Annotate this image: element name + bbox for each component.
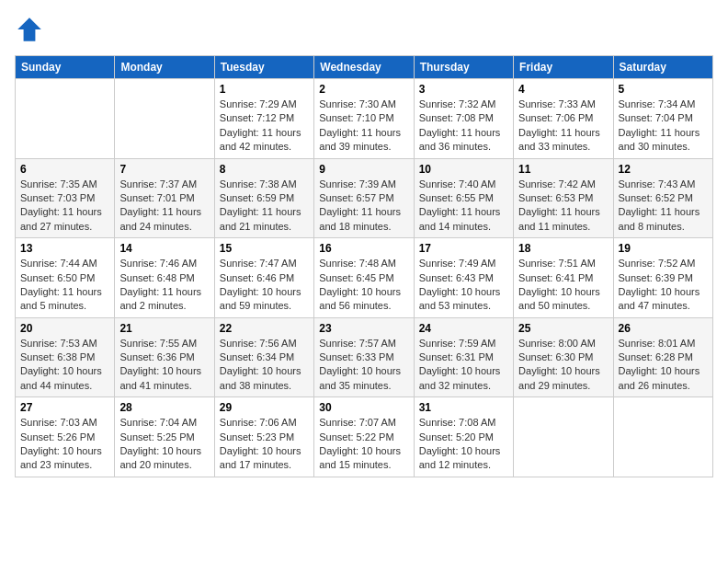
day-number: 23 <box>319 322 408 335</box>
sunrise-text: Sunrise: 7:33 AM <box>518 98 596 109</box>
calendar-cell: 8 Sunrise: 7:38 AM Sunset: 6:59 PM Dayli… <box>214 158 313 238</box>
daylight-text: Daylight: 10 hours and 29 minutes. <box>518 365 600 390</box>
calendar-cell: 9 Sunrise: 7:39 AM Sunset: 6:57 PM Dayli… <box>314 158 414 238</box>
day-number: 25 <box>518 322 608 335</box>
sunrise-text: Sunrise: 8:01 AM <box>619 338 696 349</box>
sunrise-text: Sunrise: 7:30 AM <box>319 98 396 109</box>
sunrise-text: Sunrise: 7:49 AM <box>419 258 496 269</box>
day-info: Sunrise: 7:42 AM Sunset: 6:53 PM Dayligh… <box>518 178 608 235</box>
sunset-text: Sunset: 6:45 PM <box>319 272 393 283</box>
daylight-text: Daylight: 10 hours and 56 minutes. <box>319 286 401 311</box>
sunset-text: Sunset: 6:28 PM <box>619 351 693 362</box>
page-header <box>15 15 713 44</box>
sunrise-text: Sunrise: 7:40 AM <box>419 178 496 190</box>
day-info: Sunrise: 7:47 AM Sunset: 6:46 PM Dayligh… <box>220 257 309 314</box>
calendar-cell: 22 Sunrise: 7:56 AM Sunset: 6:34 PM Dayl… <box>214 317 313 397</box>
daylight-text: Daylight: 10 hours and 50 minutes. <box>518 286 600 311</box>
day-number: 8 <box>220 163 309 176</box>
sunset-text: Sunset: 5:22 PM <box>319 431 393 442</box>
daylight-text: Daylight: 10 hours and 12 minutes. <box>419 445 501 470</box>
calendar-cell: 7 Sunrise: 7:37 AM Sunset: 7:01 PM Dayli… <box>115 158 214 238</box>
calendar-header-row: SundayMondayTuesdayWednesdayThursdayFrid… <box>16 56 713 79</box>
sunset-text: Sunset: 6:52 PM <box>619 192 693 203</box>
sunrise-text: Sunrise: 7:08 AM <box>419 417 496 428</box>
day-number: 16 <box>319 242 408 255</box>
day-info: Sunrise: 7:48 AM Sunset: 6:45 PM Dayligh… <box>319 257 408 314</box>
calendar-cell: 12 Sunrise: 7:43 AM Sunset: 6:52 PM Dayl… <box>613 158 712 238</box>
daylight-text: Daylight: 10 hours and 35 minutes. <box>319 365 401 390</box>
daylight-text: Daylight: 10 hours and 17 minutes. <box>220 445 301 470</box>
day-number: 7 <box>119 163 209 176</box>
calendar-cell: 13 Sunrise: 7:44 AM Sunset: 6:50 PM Dayl… <box>16 238 115 318</box>
sunrise-text: Sunrise: 7:32 AM <box>419 98 496 109</box>
day-info: Sunrise: 7:44 AM Sunset: 6:50 PM Dayligh… <box>20 257 109 314</box>
calendar-cell: 24 Sunrise: 7:59 AM Sunset: 6:31 PM Dayl… <box>414 317 513 397</box>
day-info: Sunrise: 7:57 AM Sunset: 6:33 PM Dayligh… <box>319 337 408 394</box>
calendar-cell: 17 Sunrise: 7:49 AM Sunset: 6:43 PM Dayl… <box>414 238 513 318</box>
calendar-cell: 21 Sunrise: 7:55 AM Sunset: 6:36 PM Dayl… <box>115 317 214 397</box>
calendar-cell: 31 Sunrise: 7:08 AM Sunset: 5:20 PM Dayl… <box>414 397 513 477</box>
sunrise-text: Sunrise: 7:55 AM <box>119 338 197 349</box>
sunrise-text: Sunrise: 7:52 AM <box>619 258 696 269</box>
sunrise-text: Sunrise: 7:42 AM <box>518 178 596 190</box>
day-info: Sunrise: 7:59 AM Sunset: 6:31 PM Dayligh… <box>419 337 508 394</box>
day-number: 28 <box>119 401 209 414</box>
weekday-header: Monday <box>115 56 214 79</box>
daylight-text: Daylight: 11 hours and 27 minutes. <box>20 206 102 231</box>
day-info: Sunrise: 7:43 AM Sunset: 6:52 PM Dayligh… <box>619 178 708 235</box>
daylight-text: Daylight: 11 hours and 24 minutes. <box>119 206 201 231</box>
sunset-text: Sunset: 7:04 PM <box>619 112 693 123</box>
calendar-cell: 5 Sunrise: 7:34 AM Sunset: 7:04 PM Dayli… <box>613 79 712 159</box>
sunrise-text: Sunrise: 7:34 AM <box>619 98 696 109</box>
sunrise-text: Sunrise: 7:03 AM <box>20 417 97 428</box>
sunrise-text: Sunrise: 7:51 AM <box>518 258 596 269</box>
calendar-cell <box>16 79 115 159</box>
calendar-cell: 30 Sunrise: 7:07 AM Sunset: 5:22 PM Dayl… <box>314 397 414 477</box>
day-number: 4 <box>518 83 608 96</box>
daylight-text: Daylight: 10 hours and 41 minutes. <box>119 365 201 390</box>
day-number: 24 <box>419 322 508 335</box>
calendar-cell: 28 Sunrise: 7:04 AM Sunset: 5:25 PM Dayl… <box>115 397 214 477</box>
sunrise-text: Sunrise: 7:07 AM <box>319 417 396 428</box>
weekday-header: Tuesday <box>214 56 313 79</box>
daylight-text: Daylight: 11 hours and 36 minutes. <box>419 127 501 152</box>
calendar-week-row: 13 Sunrise: 7:44 AM Sunset: 6:50 PM Dayl… <box>16 238 713 318</box>
day-number: 21 <box>119 322 209 335</box>
sunset-text: Sunset: 6:31 PM <box>419 351 494 362</box>
calendar-cell: 23 Sunrise: 7:57 AM Sunset: 6:33 PM Dayl… <box>314 317 414 397</box>
day-info: Sunrise: 7:46 AM Sunset: 6:48 PM Dayligh… <box>119 257 209 314</box>
daylight-text: Daylight: 11 hours and 42 minutes. <box>220 127 301 152</box>
sunset-text: Sunset: 6:50 PM <box>20 272 95 283</box>
day-number: 2 <box>319 83 408 96</box>
day-info: Sunrise: 7:55 AM Sunset: 6:36 PM Dayligh… <box>119 337 209 394</box>
day-info: Sunrise: 7:39 AM Sunset: 6:57 PM Dayligh… <box>319 178 408 235</box>
day-number: 20 <box>20 322 109 335</box>
day-number: 22 <box>220 322 309 335</box>
sunset-text: Sunset: 6:55 PM <box>419 192 494 203</box>
sunset-text: Sunset: 6:38 PM <box>20 351 95 362</box>
sunrise-text: Sunrise: 7:29 AM <box>220 98 297 109</box>
day-info: Sunrise: 7:40 AM Sunset: 6:55 PM Dayligh… <box>419 178 508 235</box>
calendar-week-row: 1 Sunrise: 7:29 AM Sunset: 7:12 PM Dayli… <box>16 79 713 159</box>
day-number: 9 <box>319 163 408 176</box>
sunset-text: Sunset: 5:25 PM <box>119 431 194 442</box>
day-info: Sunrise: 7:51 AM Sunset: 6:41 PM Dayligh… <box>518 257 608 314</box>
daylight-text: Daylight: 11 hours and 2 minutes. <box>119 286 201 311</box>
day-number: 11 <box>518 163 608 176</box>
sunrise-text: Sunrise: 7:06 AM <box>220 417 297 428</box>
day-number: 26 <box>619 322 708 335</box>
day-info: Sunrise: 7:56 AM Sunset: 6:34 PM Dayligh… <box>220 337 309 394</box>
calendar-cell: 19 Sunrise: 7:52 AM Sunset: 6:39 PM Dayl… <box>613 238 712 318</box>
calendar-cell: 1 Sunrise: 7:29 AM Sunset: 7:12 PM Dayli… <box>214 79 313 159</box>
calendar-cell <box>514 397 613 477</box>
day-number: 31 <box>419 401 508 414</box>
daylight-text: Daylight: 10 hours and 15 minutes. <box>319 445 401 470</box>
day-info: Sunrise: 7:35 AM Sunset: 7:03 PM Dayligh… <box>20 178 109 235</box>
day-number: 18 <box>518 242 608 255</box>
sunrise-text: Sunrise: 7:43 AM <box>619 178 696 190</box>
daylight-text: Daylight: 11 hours and 5 minutes. <box>20 286 102 311</box>
sunrise-text: Sunrise: 7:35 AM <box>20 178 97 190</box>
day-number: 5 <box>619 83 708 96</box>
day-info: Sunrise: 7:32 AM Sunset: 7:08 PM Dayligh… <box>419 98 508 155</box>
sunset-text: Sunset: 7:06 PM <box>518 112 593 123</box>
